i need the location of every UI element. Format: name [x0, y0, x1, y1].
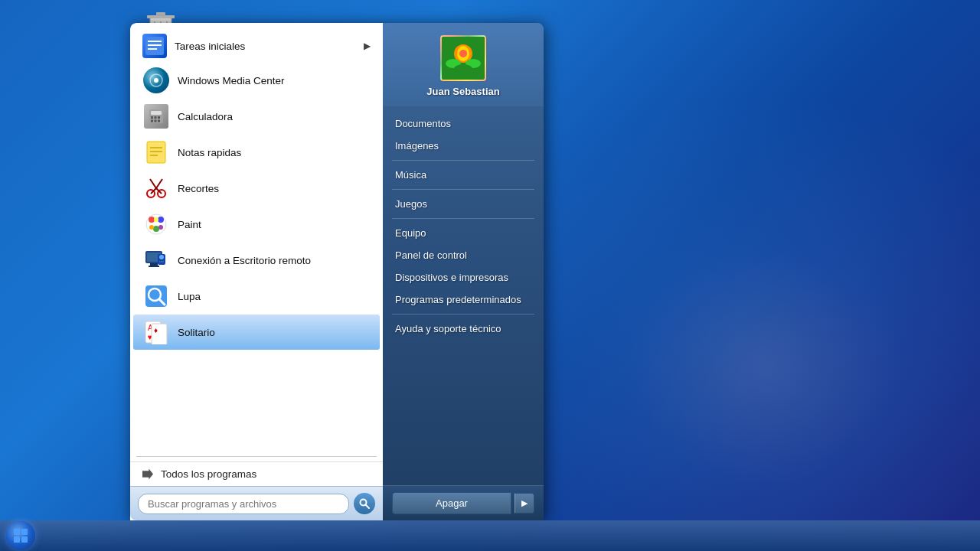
- svg-rect-16: [158, 116, 160, 119]
- svg-point-11: [154, 78, 158, 83]
- svg-line-26: [151, 188, 156, 194]
- svg-rect-17: [151, 120, 153, 122]
- left-panel: Tareas iniciales ▶ Windows Media Center: [130, 23, 383, 520]
- svg-point-42: [159, 255, 164, 259]
- all-programs-label: Todos los programas: [161, 468, 256, 480]
- user-name: Juan Sebastian: [426, 86, 499, 97]
- right-link-programas-predeterminados[interactable]: Programas predeterminados: [383, 289, 544, 311]
- svg-rect-20: [147, 142, 165, 163]
- svg-rect-64: [21, 536, 28, 543]
- start-button[interactable]: [0, 520, 41, 551]
- svg-point-32: [158, 217, 164, 223]
- svg-rect-7: [148, 41, 162, 42]
- svg-rect-43: [159, 261, 164, 262]
- shutdown-arrow-icon: ▶: [521, 498, 528, 507]
- right-link-dispositivos[interactable]: Dispositivos e impresoras: [383, 266, 544, 289]
- notas-rapidas-label: Notas rapidas: [178, 147, 241, 158]
- svg-rect-15: [155, 116, 157, 119]
- menu-items-list: Tareas iniciales ▶ Windows Media Center: [130, 23, 383, 452]
- scissors-icon: [142, 174, 170, 202]
- svg-rect-40: [149, 266, 159, 267]
- right-link-documentos[interactable]: Documentos: [383, 112, 544, 135]
- shutdown-button[interactable]: Apagar: [392, 492, 511, 514]
- svg-rect-63: [14, 536, 20, 543]
- right-link-equipo[interactable]: Equipo: [383, 222, 544, 244]
- svg-rect-14: [151, 116, 153, 119]
- right-link-panel-control[interactable]: Panel de control: [383, 244, 544, 266]
- menu-item-conexion-escritorio[interactable]: Conexión a Escritorio remoto: [133, 243, 380, 278]
- right-link-imagenes[interactable]: Imágenes: [383, 135, 544, 157]
- user-section: Juan Sebastian: [383, 23, 544, 106]
- search-button[interactable]: [354, 493, 375, 514]
- tasks-icon: [142, 34, 167, 58]
- wmc-icon: [142, 67, 170, 94]
- svg-rect-9: [148, 48, 157, 50]
- search-bar: [130, 486, 383, 520]
- svg-point-33: [153, 226, 159, 232]
- svg-rect-19: [158, 120, 160, 122]
- svg-point-57: [459, 50, 467, 57]
- svg-point-36: [154, 217, 158, 222]
- paint-icon: [142, 210, 170, 238]
- svg-point-60: [454, 64, 472, 73]
- taskbar: [0, 520, 980, 551]
- svg-point-34: [149, 225, 154, 230]
- right-links: Documentos Imágenes Música Juegos Equipo…: [383, 106, 544, 485]
- start-menu: Tareas iniciales ▶ Windows Media Center: [130, 23, 544, 520]
- menu-separator: [136, 456, 377, 457]
- shutdown-arrow-button[interactable]: ▶: [514, 493, 534, 514]
- right-separator-2: [392, 189, 534, 190]
- svg-line-53: [366, 505, 370, 509]
- svg-text:♦: ♦: [154, 326, 158, 334]
- menu-item-tareas-iniciales[interactable]: Tareas iniciales ▶: [133, 30, 380, 62]
- menu-item-paint[interactable]: Paint: [133, 207, 380, 242]
- menu-item-lupa[interactable]: Lupa: [133, 279, 380, 314]
- menu-item-notas-rapidas[interactable]: Notas rapidas: [133, 135, 380, 170]
- right-link-ayuda[interactable]: Ayuda y soporte técnico: [383, 318, 544, 340]
- conexion-label: Conexión a Escritorio remoto: [178, 255, 311, 266]
- start-orb-icon: [6, 521, 35, 550]
- search-icon: [359, 498, 370, 509]
- calc-icon: [142, 103, 170, 130]
- all-programs-arrow-icon: [142, 469, 153, 480]
- all-programs[interactable]: Todos los programas: [130, 461, 383, 486]
- svg-line-27: [156, 188, 162, 194]
- windows-logo-icon: [12, 527, 29, 544]
- svg-line-28: [150, 179, 156, 188]
- solitaire-icon: A ♥ ♦: [142, 318, 170, 346]
- svg-rect-39: [150, 263, 158, 266]
- desktop: Papelera de Tareas iniciales: [0, 0, 980, 551]
- wmc-label: Windows Media Center: [178, 75, 285, 86]
- right-panel: Juan Sebastian Documentos Imágenes Músic…: [383, 23, 544, 520]
- recortes-label: Recortes: [178, 183, 219, 194]
- tareas-iniciales-label: Tareas iniciales: [175, 41, 245, 52]
- right-link-musica[interactable]: Música: [383, 164, 544, 186]
- menu-item-solitario[interactable]: A ♥ ♦ Solitario: [133, 315, 380, 350]
- svg-point-31: [149, 217, 155, 223]
- search-input[interactable]: [138, 494, 349, 514]
- right-link-juegos[interactable]: Juegos: [383, 193, 544, 215]
- paint-label: Paint: [178, 219, 201, 230]
- shutdown-bar: Apagar ▶: [383, 485, 544, 520]
- svg-line-29: [156, 179, 162, 188]
- svg-rect-8: [148, 44, 162, 46]
- menu-item-recortes[interactable]: Recortes: [133, 171, 380, 206]
- svg-point-35: [158, 225, 163, 230]
- notes-icon: [142, 139, 170, 166]
- menu-item-windows-media-center[interactable]: Windows Media Center: [133, 63, 380, 98]
- svg-rect-61: [14, 529, 20, 535]
- solitario-label: Solitario: [178, 327, 215, 338]
- svg-rect-62: [21, 529, 28, 535]
- avatar: [440, 35, 486, 81]
- right-separator-4: [392, 314, 534, 315]
- right-separator-3: [392, 218, 534, 219]
- remote-icon: [142, 246, 170, 274]
- svg-rect-2: [156, 12, 165, 16]
- right-separator-1: [392, 160, 534, 161]
- svg-rect-18: [155, 120, 157, 122]
- magnifier-icon: [142, 282, 170, 310]
- calculadora-label: Calculadora: [178, 111, 233, 122]
- lupa-label: Lupa: [178, 291, 201, 302]
- menu-item-calculadora[interactable]: Calculadora: [133, 99, 380, 134]
- tareas-iniciales-arrow: ▶: [364, 41, 371, 51]
